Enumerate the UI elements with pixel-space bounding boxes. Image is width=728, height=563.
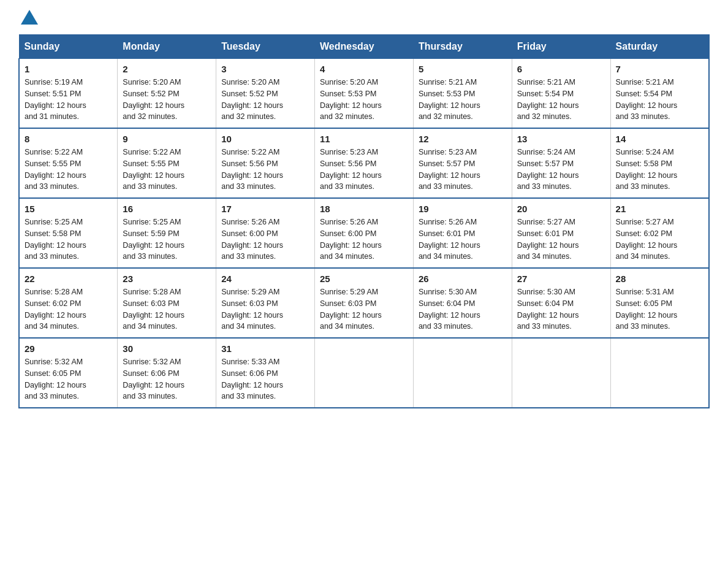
- calendar-header: SundayMondayTuesdayWednesdayThursdayFrid…: [19, 35, 709, 59]
- day-info: Sunrise: 5:30 AMSunset: 6:04 PMDaylight:…: [419, 288, 480, 331]
- day-cell: 22 Sunrise: 5:28 AMSunset: 6:02 PMDaylig…: [19, 268, 118, 338]
- header-cell-saturday: Saturday: [610, 35, 709, 59]
- day-cell: 25 Sunrise: 5:29 AMSunset: 6:03 PMDaylig…: [315, 268, 414, 338]
- day-cell: [610, 338, 709, 408]
- day-info: Sunrise: 5:31 AMSunset: 6:05 PMDaylight:…: [616, 288, 678, 331]
- day-info: Sunrise: 5:28 AMSunset: 6:03 PMDaylight:…: [123, 288, 184, 331]
- day-cell: 12 Sunrise: 5:23 AMSunset: 5:57 PMDaylig…: [413, 128, 512, 198]
- logo-triangle-icon: [21, 10, 38, 25]
- day-number: 10: [221, 134, 309, 144]
- header-cell-monday: Monday: [118, 35, 216, 59]
- day-number: 11: [320, 134, 408, 144]
- week-row-1: 1 Sunrise: 5:19 AMSunset: 5:51 PMDayligh…: [19, 59, 709, 129]
- day-number: 17: [221, 204, 309, 214]
- day-info: Sunrise: 5:33 AMSunset: 6:06 PMDaylight:…: [221, 358, 283, 400]
- day-info: Sunrise: 5:32 AMSunset: 6:06 PMDaylight:…: [123, 358, 184, 400]
- day-cell: 20 Sunrise: 5:27 AMSunset: 6:01 PMDaylig…: [512, 198, 610, 268]
- day-cell: 1 Sunrise: 5:19 AMSunset: 5:51 PMDayligh…: [19, 59, 118, 129]
- day-number: 7: [616, 64, 703, 74]
- day-number: 2: [123, 64, 211, 74]
- day-info: Sunrise: 5:23 AMSunset: 5:56 PMDaylight:…: [320, 148, 382, 191]
- day-number: 26: [419, 274, 507, 284]
- day-cell: [413, 338, 512, 408]
- day-cell: 5 Sunrise: 5:21 AMSunset: 5:53 PMDayligh…: [413, 59, 512, 129]
- day-info: Sunrise: 5:21 AMSunset: 5:54 PMDaylight:…: [517, 78, 579, 121]
- header-cell-thursday: Thursday: [413, 35, 512, 59]
- day-cell: 31 Sunrise: 5:33 AMSunset: 6:06 PMDaylig…: [216, 338, 315, 408]
- day-number: 20: [517, 204, 605, 214]
- day-info: Sunrise: 5:21 AMSunset: 5:54 PMDaylight:…: [616, 78, 678, 121]
- day-info: Sunrise: 5:22 AMSunset: 5:56 PMDaylight:…: [221, 148, 283, 191]
- day-cell: 13 Sunrise: 5:24 AMSunset: 5:57 PMDaylig…: [512, 128, 610, 198]
- day-number: 29: [25, 343, 112, 354]
- day-number: 1: [25, 64, 112, 74]
- day-number: 4: [320, 64, 408, 74]
- day-cell: 30 Sunrise: 5:32 AMSunset: 6:06 PMDaylig…: [118, 338, 216, 408]
- day-info: Sunrise: 5:26 AMSunset: 6:00 PMDaylight:…: [221, 218, 283, 261]
- day-number: 24: [221, 274, 309, 284]
- header-cell-tuesday: Tuesday: [216, 35, 315, 59]
- day-number: 22: [25, 274, 112, 284]
- day-cell: 26 Sunrise: 5:30 AMSunset: 6:04 PMDaylig…: [413, 268, 512, 338]
- day-cell: 19 Sunrise: 5:26 AMSunset: 6:01 PMDaylig…: [413, 198, 512, 268]
- header-cell-sunday: Sunday: [19, 35, 118, 59]
- day-cell: 7 Sunrise: 5:21 AMSunset: 5:54 PMDayligh…: [610, 59, 709, 129]
- day-cell: 29 Sunrise: 5:32 AMSunset: 6:05 PMDaylig…: [19, 338, 118, 408]
- day-number: 18: [320, 204, 408, 214]
- day-info: Sunrise: 5:26 AMSunset: 6:00 PMDaylight:…: [320, 218, 382, 261]
- day-cell: 8 Sunrise: 5:22 AMSunset: 5:55 PMDayligh…: [19, 128, 118, 198]
- header-cell-wednesday: Wednesday: [315, 35, 414, 59]
- day-info: Sunrise: 5:25 AMSunset: 5:58 PMDaylight:…: [25, 218, 86, 261]
- day-number: 6: [517, 64, 605, 74]
- logo: [18, 12, 38, 22]
- day-cell: 11 Sunrise: 5:23 AMSunset: 5:56 PMDaylig…: [315, 128, 414, 198]
- day-cell: [512, 338, 610, 408]
- day-number: 12: [419, 134, 507, 144]
- day-cell: 23 Sunrise: 5:28 AMSunset: 6:03 PMDaylig…: [118, 268, 216, 338]
- week-row-5: 29 Sunrise: 5:32 AMSunset: 6:05 PMDaylig…: [19, 338, 709, 408]
- day-info: Sunrise: 5:32 AMSunset: 6:05 PMDaylight:…: [25, 358, 86, 400]
- day-number: 28: [616, 274, 703, 284]
- day-cell: 16 Sunrise: 5:25 AMSunset: 5:59 PMDaylig…: [118, 198, 216, 268]
- day-number: 30: [123, 343, 211, 354]
- day-cell: 4 Sunrise: 5:20 AMSunset: 5:53 PMDayligh…: [315, 59, 414, 129]
- day-cell: 21 Sunrise: 5:27 AMSunset: 6:02 PMDaylig…: [610, 198, 709, 268]
- day-info: Sunrise: 5:28 AMSunset: 6:02 PMDaylight:…: [25, 288, 86, 331]
- day-info: Sunrise: 5:20 AMSunset: 5:52 PMDaylight:…: [221, 78, 283, 121]
- day-info: Sunrise: 5:25 AMSunset: 5:59 PMDaylight:…: [123, 218, 184, 261]
- day-number: 21: [616, 204, 703, 214]
- day-number: 23: [123, 274, 211, 284]
- day-number: 27: [517, 274, 605, 284]
- day-number: 8: [25, 134, 112, 144]
- day-cell: 24 Sunrise: 5:29 AMSunset: 6:03 PMDaylig…: [216, 268, 315, 338]
- day-info: Sunrise: 5:29 AMSunset: 6:03 PMDaylight:…: [320, 288, 382, 331]
- logo-top: [18, 12, 38, 25]
- day-info: Sunrise: 5:20 AMSunset: 5:52 PMDaylight:…: [123, 78, 184, 121]
- day-number: 16: [123, 204, 211, 214]
- day-cell: 27 Sunrise: 5:30 AMSunset: 6:04 PMDaylig…: [512, 268, 610, 338]
- calendar-table: SundayMondayTuesdayWednesdayThursdayFrid…: [18, 34, 710, 408]
- day-info: Sunrise: 5:23 AMSunset: 5:57 PMDaylight:…: [419, 148, 480, 191]
- day-cell: [315, 338, 414, 408]
- header-cell-friday: Friday: [512, 35, 610, 59]
- day-cell: 2 Sunrise: 5:20 AMSunset: 5:52 PMDayligh…: [118, 59, 216, 129]
- day-info: Sunrise: 5:20 AMSunset: 5:53 PMDaylight:…: [320, 78, 382, 121]
- day-info: Sunrise: 5:27 AMSunset: 6:01 PMDaylight:…: [517, 218, 579, 261]
- day-info: Sunrise: 5:22 AMSunset: 5:55 PMDaylight:…: [25, 148, 86, 191]
- day-cell: 6 Sunrise: 5:21 AMSunset: 5:54 PMDayligh…: [512, 59, 610, 129]
- day-cell: 18 Sunrise: 5:26 AMSunset: 6:00 PMDaylig…: [315, 198, 414, 268]
- day-cell: 9 Sunrise: 5:22 AMSunset: 5:55 PMDayligh…: [118, 128, 216, 198]
- header-row: SundayMondayTuesdayWednesdayThursdayFrid…: [19, 35, 709, 59]
- day-info: Sunrise: 5:27 AMSunset: 6:02 PMDaylight:…: [616, 218, 678, 261]
- day-info: Sunrise: 5:19 AMSunset: 5:51 PMDaylight:…: [25, 78, 86, 121]
- day-number: 25: [320, 274, 408, 284]
- day-info: Sunrise: 5:29 AMSunset: 6:03 PMDaylight:…: [221, 288, 283, 331]
- day-info: Sunrise: 5:30 AMSunset: 6:04 PMDaylight:…: [517, 288, 579, 331]
- day-number: 31: [221, 343, 309, 354]
- day-number: 3: [221, 64, 309, 74]
- week-row-2: 8 Sunrise: 5:22 AMSunset: 5:55 PMDayligh…: [19, 128, 709, 198]
- day-number: 15: [25, 204, 112, 214]
- page-header: [18, 12, 710, 22]
- day-number: 19: [419, 204, 507, 214]
- day-info: Sunrise: 5:21 AMSunset: 5:53 PMDaylight:…: [419, 78, 480, 121]
